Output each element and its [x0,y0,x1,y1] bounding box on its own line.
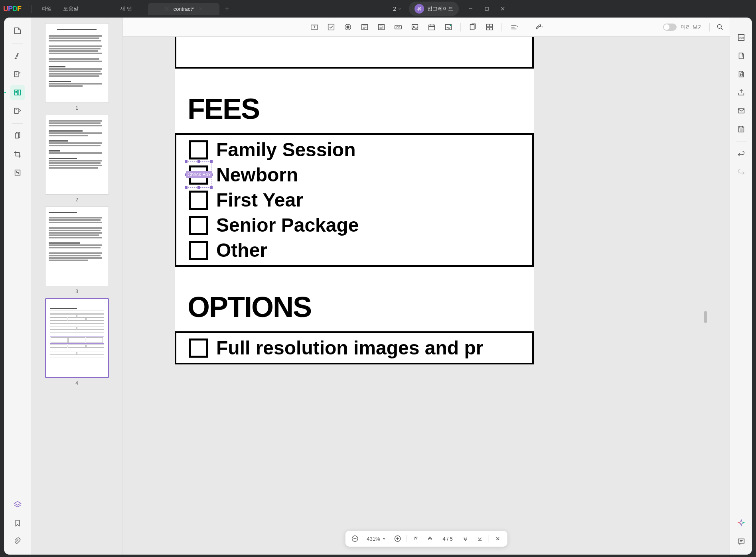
close-button[interactable] [495,3,511,15]
heading-options: OPTIONS [188,291,514,323]
thumbnail-4[interactable]: 4 [45,298,109,379]
thumb-label: 2 [45,197,109,203]
svg-rect-14 [470,24,474,30]
page-viewport[interactable]: FEES Family Session Check Box [123,37,514,379]
option-row: Full resolution images and pr [176,335,514,360]
dropdown-tool[interactable] [357,20,372,34]
date-tool[interactable] [424,20,439,34]
svg-rect-16 [490,24,492,26]
comment-tool[interactable] [10,48,25,63]
thumbnail-3[interactable]: 3 [45,207,109,294]
svg-rect-17 [487,27,489,30]
fee-label: Senior Package [216,214,359,236]
radio-tool[interactable] [341,20,355,34]
tab-new[interactable]: 새 탭 [104,2,148,16]
align-tool[interactable] [507,20,514,34]
option-label: Full resolution images and pr [216,337,483,359]
reader-tool[interactable] [10,23,25,38]
svg-point-4 [346,26,349,28]
page-indicator[interactable]: 2 [390,6,405,12]
menu-file[interactable]: 파일 [36,5,57,12]
fee-label: Newborn [216,164,298,186]
field-type-label: Check Box [186,171,212,178]
fee-row: Senior Package [176,213,514,238]
fee-label: Family Session [216,139,355,161]
document-page: FEES Family Session Check Box [175,37,514,364]
list-tool[interactable] [374,20,389,34]
form-box-top [175,37,514,69]
svg-rect-2 [328,24,334,30]
svg-rect-18 [490,27,492,30]
svg-rect-9 [412,24,418,30]
chevron-down-icon [398,7,402,11]
separator [460,23,461,31]
image-tool[interactable] [408,20,422,34]
pencil-off-icon [164,6,170,12]
fee-label: Other [216,239,267,261]
workspace: 1 2 [4,18,514,379]
redact-tool[interactable] [10,165,25,180]
tab-bar: 새 탭 contract* [104,2,390,16]
form-tool[interactable] [10,85,25,100]
fee-row: Check Box Newborn [176,162,514,187]
checkbox-other[interactable] [189,241,208,260]
svg-rect-15 [487,24,489,26]
new-tab-button[interactable] [219,6,235,12]
app-logo: UPDF [3,5,21,13]
fee-row: Other [176,238,514,263]
organize-tool[interactable] [10,103,25,118]
edit-tool[interactable] [10,67,25,82]
canvas: OK 미리 보기 FEES [123,18,514,379]
titlebar: UPDF 파일 도움말 새 탭 contract* 2 유 업그레이드 [0,0,514,18]
grid-tool[interactable] [482,20,497,34]
svg-text:OK: OK [396,26,400,28]
fees-box: Family Session Check Box Newborn [175,133,514,267]
close-icon[interactable] [198,6,203,12]
checkbox-firstyear[interactable] [189,191,208,210]
maximize-button[interactable] [479,3,495,15]
svg-rect-11 [429,25,435,30]
fee-label: First Year [216,189,303,211]
thumb-label: 3 [45,289,109,294]
svg-point-13 [450,24,452,26]
svg-rect-0 [485,7,488,10]
menu-help[interactable]: 도움말 [57,5,84,12]
thumbnail-panel[interactable]: 1 2 [31,18,123,379]
separator [501,23,502,31]
thumbnail-2[interactable]: 2 [45,115,109,203]
user-badge: 유 [415,4,424,14]
tab-contract[interactable]: contract* [148,3,219,15]
pages-tool[interactable] [10,128,25,144]
signature-tool[interactable] [441,20,456,34]
thumbnail-1[interactable]: 1 [45,23,109,111]
fee-row: First Year [176,187,514,213]
separator [12,123,23,124]
text-field-tool[interactable] [307,20,322,34]
fee-row: Family Session [176,137,514,162]
checkbox-family[interactable] [189,140,208,159]
checkbox-fullres[interactable] [189,339,208,358]
divider [32,5,32,13]
form-toolbar: OK 미리 보기 [123,18,514,37]
left-tool-rail [4,18,31,379]
crop-tool[interactable] [10,147,25,162]
upgrade-button[interactable]: 유 업그레이드 [409,2,459,16]
thumb-label: 1 [45,105,109,111]
heading-fees: FEES [188,93,514,125]
button-tool[interactable]: OK [391,20,405,34]
separator [12,43,23,43]
checkbox-tool[interactable] [324,20,338,34]
checkbox-senior[interactable] [189,216,208,235]
minimize-button[interactable] [463,3,479,15]
copy-fields-tool[interactable] [466,20,480,34]
window-controls: 2 유 업그레이드 [390,2,511,16]
options-box: Full resolution images and pr [175,331,514,364]
